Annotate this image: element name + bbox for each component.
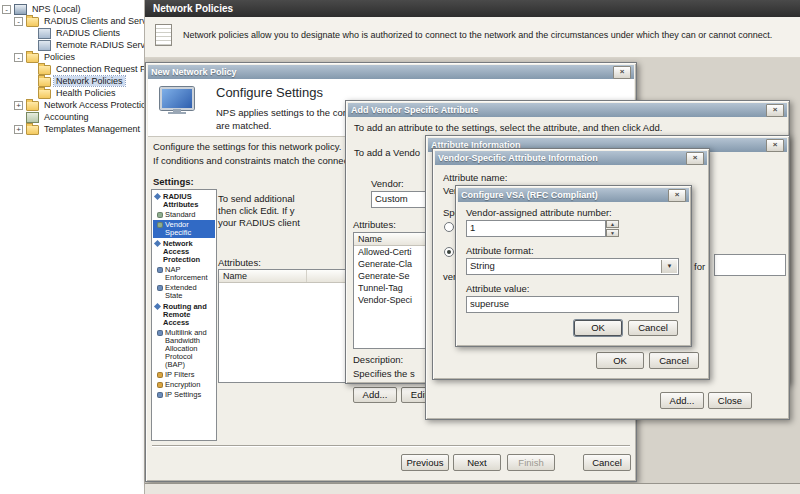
settings-item-label: IP Filters bbox=[165, 371, 194, 379]
tree-item-network-access-protection[interactable]: +Network Access Protection bbox=[0, 99, 144, 111]
tree-item-label: Templates Management bbox=[42, 124, 142, 134]
attr-info-close-button[interactable]: Close bbox=[708, 392, 752, 409]
wizard-intro-line2: are matched. bbox=[216, 120, 271, 131]
finish-button: Finish bbox=[507, 454, 555, 471]
close-icon[interactable]: × bbox=[613, 66, 631, 79]
close-icon[interactable]: × bbox=[686, 152, 704, 165]
folder-icon bbox=[26, 53, 39, 63]
settings-item-nap-enforcement[interactable]: NAP Enforcement bbox=[153, 265, 215, 283]
wizard-page-title: Configure Settings bbox=[216, 85, 323, 100]
tree-item-policies[interactable]: -Policies bbox=[0, 51, 144, 63]
settings-item-icon bbox=[157, 382, 163, 388]
settings-item-label: Extended State bbox=[165, 284, 214, 300]
folder-icon bbox=[26, 125, 39, 135]
settings-item-standard[interactable]: Standard bbox=[153, 210, 215, 220]
configure-vsa-cancel-button[interactable]: Cancel bbox=[628, 320, 678, 336]
expand-icon[interactable]: + bbox=[14, 125, 23, 134]
vsa-ok-button[interactable]: OK bbox=[596, 352, 644, 369]
folder-icon bbox=[38, 77, 51, 87]
tree-item-radius-clients-and-servers[interactable]: -RADIUS Clients and Servers bbox=[0, 15, 144, 27]
tree-item-radius-clients[interactable]: -RADIUS Clients bbox=[0, 27, 144, 39]
settings-item-extended-state[interactable]: Extended State bbox=[153, 283, 215, 301]
settings-item-label: Vendor Specific bbox=[165, 221, 214, 237]
folder-icon bbox=[26, 17, 39, 27]
dialog-title: Configure VSA (RFC Compliant) bbox=[461, 190, 598, 200]
spinner-down-icon[interactable]: ▼ bbox=[606, 229, 619, 237]
tree-item-templates-management[interactable]: +Templates Management bbox=[0, 123, 144, 135]
vsa-radio-option2[interactable] bbox=[444, 247, 454, 257]
settings-item-label: NAP Enforcement bbox=[165, 266, 214, 282]
clients-icon bbox=[38, 40, 51, 51]
vsa-text-fragment-right: for bbox=[694, 261, 705, 272]
close-icon[interactable]: × bbox=[668, 189, 686, 202]
wizard-help-line3: your RADIUS client bbox=[218, 217, 300, 228]
dropdown-arrow-icon[interactable]: ▼ bbox=[661, 260, 677, 273]
clients-icon bbox=[38, 28, 51, 39]
section-diamond-icon bbox=[154, 303, 161, 310]
next-button[interactable]: Next bbox=[453, 454, 501, 471]
server-icon bbox=[14, 4, 27, 15]
tree-item-connection-request-polici[interactable]: -Connection Request Polici bbox=[0, 63, 144, 75]
tree-item-remote-radius-server-g[interactable]: -Remote RADIUS Server G bbox=[0, 39, 144, 51]
tree-item-health-policies[interactable]: -Health Policies bbox=[0, 87, 144, 99]
attribute-format-combobox[interactable]: String ▼ bbox=[466, 258, 679, 275]
wizard-help-line1: To send additional bbox=[218, 193, 295, 204]
close-icon[interactable]: × bbox=[766, 139, 784, 152]
spinner-up-icon[interactable]: ▲ bbox=[606, 220, 619, 228]
collapse-icon[interactable]: - bbox=[14, 53, 23, 62]
section-diamond-icon bbox=[154, 240, 161, 247]
wizard-attributes-label: Attributes: bbox=[218, 257, 261, 268]
dialog-title: Add Vendor Specific Attribute bbox=[351, 105, 478, 115]
wizard-body-line1: Configure the settings for this network … bbox=[153, 141, 341, 152]
expand-icon[interactable]: + bbox=[14, 101, 23, 110]
collapse-icon[interactable]: - bbox=[2, 5, 11, 14]
attribute-info-field[interactable] bbox=[714, 254, 786, 276]
tree-item-nps-local[interactable]: -NPS (Local) bbox=[0, 3, 144, 15]
settings-item-icon bbox=[157, 372, 163, 378]
settings-item-label: Multilink and Bandwidth Allocation Proto… bbox=[165, 329, 214, 369]
settings-item-ip-settings[interactable]: IP Settings bbox=[153, 390, 215, 400]
settings-item-multilink-and-bandwidth-allocation-protocol-bap[interactable]: Multilink and Bandwidth Allocation Proto… bbox=[153, 328, 215, 370]
wizard-add-button[interactable]: Add... bbox=[353, 387, 397, 403]
settings-item-icon bbox=[157, 267, 163, 273]
tree-item-label: Network Access Protection bbox=[42, 100, 145, 110]
new-network-policy-titlebar[interactable]: New Network Policy × bbox=[148, 65, 634, 79]
settings-item-icon bbox=[157, 285, 163, 291]
settings-item-vendor-specific[interactable]: Vendor Specific bbox=[153, 220, 215, 238]
collapse-icon[interactable]: - bbox=[14, 17, 23, 26]
settings-item-label: IP Settings bbox=[165, 391, 201, 399]
settings-item-label: Encryption bbox=[165, 381, 200, 389]
vendor-assigned-number-input[interactable]: 1 bbox=[466, 220, 606, 237]
tree-item-accounting[interactable]: -Accounting bbox=[0, 111, 144, 123]
vsa-cancel-button[interactable]: Cancel bbox=[649, 352, 699, 369]
vsa-information-titlebar[interactable]: Vendor-Specific Attribute Information × bbox=[435, 151, 707, 165]
tree-item-label: Accounting bbox=[42, 112, 91, 122]
configure-vsa-titlebar[interactable]: Configure VSA (RFC Compliant) × bbox=[458, 188, 689, 202]
folder-icon bbox=[38, 89, 51, 99]
attribute-name-label: Attribute name: bbox=[443, 172, 507, 183]
settings-section-title: Routing and Remote Access bbox=[163, 303, 214, 327]
vendor-label: Vendor: bbox=[371, 178, 404, 189]
tree-item-network-policies[interactable]: -Network Policies bbox=[0, 75, 144, 87]
previous-button[interactable]: Previous bbox=[401, 454, 449, 471]
attr-info-add-button[interactable]: Add... bbox=[660, 392, 704, 409]
settings-item-ip-filters[interactable]: IP Filters bbox=[153, 370, 215, 380]
add-vendor-specific-attribute-titlebar[interactable]: Add Vendor Specific Attribute × bbox=[348, 103, 787, 117]
cancel-button[interactable]: Cancel bbox=[583, 454, 631, 471]
monitor-screen bbox=[160, 87, 194, 110]
vsa-radio-option1[interactable] bbox=[444, 222, 454, 232]
number-spinner: ▲ ▼ bbox=[606, 220, 619, 237]
settings-item-icon bbox=[157, 392, 163, 398]
settings-item-encryption[interactable]: Encryption bbox=[153, 380, 215, 390]
column-header-name[interactable]: Name bbox=[219, 270, 307, 282]
tree: -NPS (Local)-RADIUS Clients and Servers-… bbox=[0, 0, 145, 494]
wizard-help-line2: then click Edit. If y bbox=[218, 205, 295, 216]
tree-item-label: NPS (Local) bbox=[30, 4, 83, 14]
attribute-value-input[interactable]: superuse bbox=[466, 296, 679, 313]
dialog-title: Vendor-Specific Attribute Information bbox=[438, 153, 598, 163]
configure-vsa-ok-button[interactable]: OK bbox=[574, 320, 622, 336]
settings-section-title: Network Access Protection bbox=[163, 240, 214, 264]
attribute-format-value: String bbox=[470, 260, 495, 271]
close-icon[interactable]: × bbox=[766, 104, 784, 117]
bottom-pane-edge bbox=[145, 483, 800, 494]
